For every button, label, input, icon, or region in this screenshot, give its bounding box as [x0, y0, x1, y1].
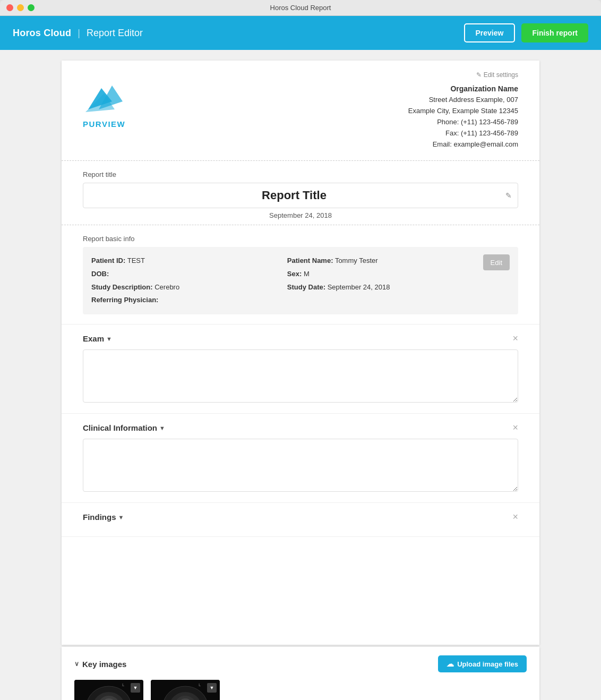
study-desc-value: Cerebro	[154, 283, 179, 291]
exam-title-text: Exam	[83, 334, 104, 343]
edit-settings-text[interactable]: ✎ Edit settings	[476, 71, 518, 79]
report-title-label: Report title	[83, 170, 518, 178]
org-header: PURVIEW Organization Name Street Address…	[83, 83, 518, 150]
header-actions: Preview Finish report	[464, 23, 589, 42]
findings-section-header: Findings ▼ ×	[83, 511, 518, 523]
upload-btn-label: Upload image files	[457, 660, 518, 668]
editor-label: Report Editor	[87, 28, 143, 39]
patient-id-row: Patient ID: TEST	[91, 254, 282, 268]
findings-section-title[interactable]: Findings ▼	[83, 513, 124, 522]
minimize-btn[interactable]	[17, 4, 24, 11]
exam-section-header: Exam ▼ ×	[83, 333, 518, 344]
report-title-section: Report title Report Title ✎ September 24…	[62, 161, 539, 225]
sex-label: Sex:	[287, 270, 302, 278]
key-images-panel: ∨ Key images ☁ Upload image files 0	[62, 647, 539, 700]
key-image-2[interactable]: 0.00 L ▼ Key Image #2	[151, 680, 220, 700]
patient-name-value: Tommy Tester	[335, 257, 378, 264]
clinical-section-header: Clinical Information ▼ ×	[83, 422, 518, 433]
study-desc-row: Study Description: Cerebro	[91, 281, 282, 294]
close-btn[interactable]	[6, 4, 13, 11]
clinical-textarea[interactable]	[83, 439, 518, 492]
window-title: Horos Cloud Report	[270, 4, 331, 12]
finish-button[interactable]: Finish report	[521, 23, 588, 42]
key-images-header: ∨ Key images ☁ Upload image files	[74, 655, 527, 672]
maximize-btn[interactable]	[28, 4, 35, 11]
basic-info-edit-button[interactable]: Edit	[483, 254, 510, 270]
findings-close-icon[interactable]: ×	[512, 511, 518, 523]
key-image-1-dropdown[interactable]: ▼	[131, 683, 140, 693]
exam-close-icon[interactable]: ×	[512, 333, 518, 344]
findings-title-text: Findings	[83, 513, 116, 522]
exam-chevron-icon[interactable]: ▼	[106, 336, 112, 342]
svg-text:L: L	[122, 683, 124, 687]
study-desc-label: Study Description:	[91, 283, 153, 291]
exam-section: Exam ▼ ×	[62, 325, 539, 414]
key-image-2-dropdown[interactable]: ▼	[207, 683, 217, 693]
referring-label: Referring Physician:	[91, 296, 158, 304]
window-controls	[6, 4, 35, 11]
report-title-wrapper: Report Title ✎	[83, 183, 518, 208]
findings-chevron-icon[interactable]: ▼	[118, 514, 124, 520]
basic-info-left: Patient ID: TEST DOB: Study Description:…	[91, 254, 282, 307]
org-address1: Street Address Example, 007	[408, 95, 518, 106]
exam-textarea[interactable]	[83, 349, 518, 403]
logo-text: PURVIEW	[83, 119, 125, 129]
logo-area: PURVIEW	[83, 83, 125, 129]
brand-label: Horos Cloud	[13, 28, 71, 39]
clinical-title-text: Clinical Information	[83, 423, 157, 432]
header-divider: |	[78, 28, 80, 39]
org-email: Email: example@email.com	[408, 139, 518, 150]
clinical-close-icon[interactable]: ×	[512, 422, 518, 433]
key-images-title-text: Key images	[82, 660, 126, 669]
key-images-title: ∨ Key images	[74, 660, 126, 669]
patient-name-label: Patient Name:	[287, 257, 333, 264]
clinical-section-title[interactable]: Clinical Information ▼	[83, 423, 165, 432]
study-date-value: September 24, 2018	[328, 283, 390, 291]
key-images-grid: 0.00 L ▼ Key Image #1 0.00 L	[74, 680, 527, 700]
study-date-row: Study Date: September 24, 2018	[287, 281, 478, 294]
report-header-section: ✎ Edit settings PURVIEW Organization Nam…	[62, 61, 539, 161]
clinical-chevron-icon[interactable]: ▼	[159, 425, 165, 431]
patient-id-value: TEST	[127, 257, 145, 264]
key-image-1[interactable]: 0.00 L ▼ Key Image #1	[74, 680, 143, 700]
main-content: ✎ Edit settings PURVIEW Organization Nam…	[0, 50, 601, 700]
report-card: ✎ Edit settings PURVIEW Organization Nam…	[62, 61, 539, 645]
org-info: Organization Name Street Address Example…	[408, 83, 518, 150]
sex-row: Sex: M	[287, 268, 478, 281]
basic-info-section: Report basic info Patient ID: TEST DOB: …	[62, 225, 539, 325]
report-title-display[interactable]: Report Title	[83, 183, 518, 208]
patient-name-row: Patient Name: Tommy Tester	[287, 254, 478, 268]
study-date-label: Study Date:	[287, 283, 325, 291]
findings-section: Findings ▼ ×	[62, 503, 539, 537]
sex-value: M	[304, 270, 310, 278]
dob-row: DOB:	[91, 268, 282, 281]
purview-logo	[83, 83, 125, 117]
app-header: Horos Cloud | Report Editor Preview Fini…	[0, 16, 601, 50]
basic-info-right: Patient Name: Tommy Tester Sex: M Study …	[287, 254, 478, 294]
org-address2: Example City, Example State 12345	[408, 106, 518, 117]
preview-button[interactable]: Preview	[464, 23, 516, 42]
basic-info-label: Report basic info	[83, 235, 518, 243]
upload-images-button[interactable]: ☁ Upload image files	[438, 655, 527, 672]
clinical-section: Clinical Information ▼ ×	[62, 414, 539, 503]
dob-label: DOB:	[91, 270, 109, 278]
upload-icon: ☁	[447, 660, 454, 668]
patient-id-label: Patient ID:	[91, 257, 125, 264]
window-titlebar: Horos Cloud Report	[0, 0, 601, 16]
referring-row: Referring Physician:	[91, 294, 282, 307]
org-phone: Phone: (+11) 123-456-789	[408, 117, 518, 128]
report-date: September 24, 2018	[83, 211, 518, 219]
svg-text:L: L	[199, 683, 201, 687]
basic-info-box: Patient ID: TEST DOB: Study Description:…	[83, 247, 518, 314]
org-name: Organization Name	[408, 83, 518, 95]
report-title-edit-icon[interactable]: ✎	[505, 191, 512, 200]
edit-settings-link[interactable]: ✎ Edit settings	[83, 71, 518, 79]
org-fax: Fax: (+11) 123-456-789	[408, 128, 518, 139]
key-images-collapse-icon[interactable]: ∨	[74, 660, 79, 668]
exam-section-title[interactable]: Exam ▼	[83, 334, 112, 343]
